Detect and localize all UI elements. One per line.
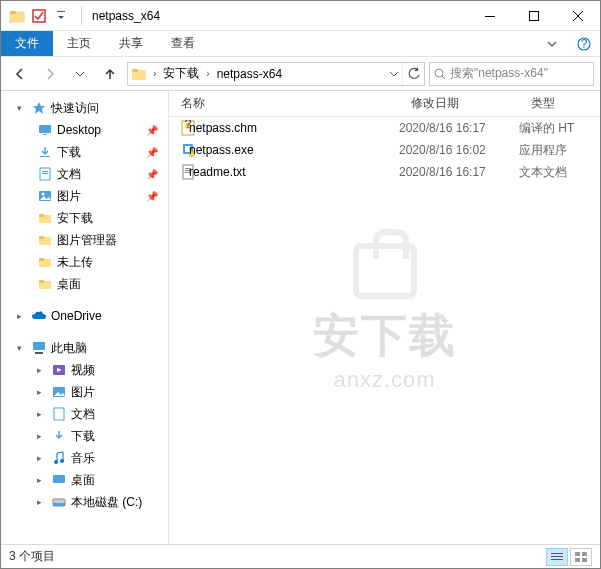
chevron-right-icon[interactable]: ▸	[37, 497, 47, 507]
svg-rect-23	[39, 236, 44, 239]
chevron-down-icon[interactable]: ▾	[17, 343, 27, 353]
navigation-pane[interactable]: ▾快速访问 Desktop📌 下载📌 文档📌 图片📌 安下载 图片管理器 未上传…	[1, 91, 169, 544]
search-input[interactable]: 搜索"netpass-x64"	[429, 62, 594, 86]
tree-onedrive[interactable]: ▸OneDrive	[1, 305, 168, 327]
ribbon-view-tab[interactable]: 查看	[157, 31, 209, 56]
tree-anxz[interactable]: 安下载	[1, 207, 168, 229]
file-name: netpass.chm	[189, 121, 399, 135]
chevron-right-icon[interactable]: ›	[203, 68, 212, 79]
file-row[interactable]: ?netpass.chm2020/8/16 16:17编译的 HT	[169, 117, 600, 139]
tree-quick-access[interactable]: ▾快速访问	[1, 97, 168, 119]
address-dropdown-icon[interactable]	[386, 69, 402, 79]
file-row[interactable]: netpass.exe2020/8/16 16:02应用程序	[169, 139, 600, 161]
svg-rect-29	[35, 352, 43, 354]
watermark: 安下载 anxz.com	[313, 243, 457, 393]
breadcrumb-seg-2[interactable]: netpass-x64	[213, 63, 286, 85]
titlebar: netpass_x64	[1, 1, 600, 31]
download-icon	[51, 428, 67, 444]
folder-icon	[37, 210, 53, 226]
picture-icon	[51, 384, 67, 400]
nav-history-dropdown[interactable]	[67, 61, 93, 87]
col-name[interactable]: 名称	[169, 95, 399, 112]
pc-icon	[31, 340, 47, 356]
chevron-right-icon[interactable]: ›	[150, 68, 159, 79]
tree-pictures[interactable]: 图片📌	[1, 185, 168, 207]
file-type: 编译的 HT	[519, 120, 600, 137]
svg-rect-48	[551, 553, 563, 554]
search-icon	[434, 68, 446, 80]
chevron-right-icon[interactable]: ▸	[37, 409, 47, 419]
qat-dropdown-icon[interactable]	[51, 6, 71, 26]
chevron-right-icon[interactable]: ▸	[17, 311, 27, 321]
file-type: 应用程序	[519, 142, 600, 159]
details-view-button[interactable]	[546, 548, 568, 566]
picture-icon	[37, 188, 53, 204]
folder-icon	[37, 276, 53, 292]
folder-icon	[128, 63, 150, 85]
document-icon	[37, 166, 53, 182]
nav-back-button[interactable]	[7, 61, 33, 87]
svg-rect-3	[33, 10, 45, 22]
video-icon	[51, 362, 67, 378]
download-icon	[37, 144, 53, 160]
tree-documents2[interactable]: ▸文档	[1, 403, 168, 425]
ribbon: 文件 主页 共享 查看 ?	[1, 31, 600, 56]
navbar: › 安下载 › netpass-x64 搜索"netpass-x64"	[1, 56, 600, 91]
window-title: netpass_x64	[86, 9, 468, 23]
minimize-button[interactable]	[468, 1, 512, 31]
ribbon-help-button[interactable]: ?	[568, 31, 600, 56]
tree-music[interactable]: ▸音乐	[1, 447, 168, 469]
folder-icon	[37, 254, 53, 270]
file-icon	[169, 164, 189, 180]
chevron-right-icon[interactable]: ▸	[37, 431, 47, 441]
svg-rect-32	[54, 408, 64, 420]
chevron-right-icon[interactable]: ▸	[37, 475, 47, 485]
file-list[interactable]: 名称 修改日期 类型 ?netpass.chm2020/8/16 16:17编译…	[169, 91, 600, 544]
music-icon	[51, 450, 67, 466]
nav-forward-button[interactable]	[37, 61, 63, 87]
col-type[interactable]: 类型	[519, 95, 600, 112]
chevron-right-icon[interactable]: ▸	[37, 387, 47, 397]
refresh-button[interactable]	[402, 63, 424, 85]
tree-documents[interactable]: 文档📌	[1, 163, 168, 185]
svg-rect-28	[33, 342, 45, 350]
item-count: 3 个项目	[9, 548, 55, 565]
tree-desktop2[interactable]: 桌面	[1, 273, 168, 295]
file-icon: ?	[169, 120, 189, 136]
svg-rect-54	[582, 558, 587, 562]
properties-icon[interactable]	[29, 6, 49, 26]
column-headers: 名称 修改日期 类型	[169, 91, 600, 117]
tree-this-pc[interactable]: ▾此电脑	[1, 337, 168, 359]
ribbon-file-tab[interactable]: 文件	[1, 31, 53, 56]
tree-desktop[interactable]: Desktop📌	[1, 119, 168, 141]
file-row[interactable]: readme.txt2020/8/16 16:17文本文档	[169, 161, 600, 183]
address-bar[interactable]: › 安下载 › netpass-x64	[127, 62, 425, 86]
icons-view-button[interactable]	[570, 548, 592, 566]
bag-icon	[353, 243, 417, 299]
nav-up-button[interactable]	[97, 61, 123, 87]
svg-rect-6	[530, 11, 539, 20]
ribbon-share-tab[interactable]: 共享	[105, 31, 157, 56]
svg-rect-53	[575, 558, 580, 562]
tree-pictures2[interactable]: ▸图片	[1, 381, 168, 403]
pin-icon: 📌	[146, 147, 158, 158]
chevron-down-icon[interactable]: ▾	[17, 103, 27, 113]
maximize-button[interactable]	[512, 1, 556, 31]
close-button[interactable]	[556, 1, 600, 31]
ribbon-home-tab[interactable]: 主页	[53, 31, 105, 56]
svg-point-33	[54, 460, 58, 464]
chevron-right-icon[interactable]: ▸	[37, 365, 47, 375]
quick-access-toolbar	[1, 6, 77, 26]
tree-video[interactable]: ▸视频	[1, 359, 168, 381]
ribbon-expand-button[interactable]	[536, 31, 568, 56]
svg-rect-52	[582, 552, 587, 556]
tree-downloads2[interactable]: ▸下载	[1, 425, 168, 447]
tree-local-disk[interactable]: ▸本地磁盘 (C:)	[1, 491, 168, 513]
tree-picmgr[interactable]: 图片管理器	[1, 229, 168, 251]
breadcrumb-seg-1[interactable]: 安下载	[159, 63, 203, 85]
col-date[interactable]: 修改日期	[399, 95, 519, 112]
chevron-right-icon[interactable]: ▸	[37, 453, 47, 463]
tree-not-uploaded[interactable]: 未上传	[1, 251, 168, 273]
tree-desktop3[interactable]: ▸桌面	[1, 469, 168, 491]
tree-downloads[interactable]: 下载📌	[1, 141, 168, 163]
